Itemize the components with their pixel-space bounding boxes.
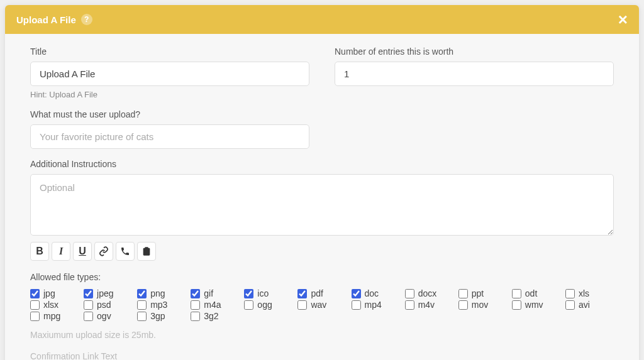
title-group: Title Hint: Upload A File [30,46,309,99]
filetype-checkbox-3g2[interactable] [191,312,200,321]
filetype-pdf[interactable]: pdf [297,288,346,298]
filetype-xlsx[interactable]: xlsx [30,300,79,310]
modal-body: Title Hint: Upload A File Number of entr… [5,34,639,360]
underline-button[interactable]: U [73,242,92,261]
filetype-label: ogv [97,311,111,321]
filetype-doc[interactable]: doc [352,288,400,298]
filetype-checkbox-mpg[interactable] [30,312,40,321]
filetype-label: odt [525,288,537,298]
upload-file-modal: Upload A File ? × Title Hint: Upload A F… [5,5,639,360]
filetype-checkbox-3gp[interactable] [137,312,147,321]
filetype-m4v[interactable]: m4v [405,300,453,310]
filetype-checkbox-docx[interactable] [405,289,414,298]
format-toolbar: B I U [30,242,614,261]
filetype-checkbox-ppt[interactable] [458,289,468,298]
filetype-checkbox-wmv[interactable] [512,300,521,310]
filetype-checkbox-avi[interactable] [565,300,575,310]
bold-button[interactable]: B [30,242,49,261]
filetype-checkbox-xlsx[interactable] [30,300,40,310]
filetype-m4a[interactable]: m4a [191,300,239,310]
filetype-checkbox-ogv[interactable] [84,312,93,321]
instructions-group: Additional Instructions B I U [30,159,614,261]
filetype-checkbox-gif[interactable] [191,289,200,298]
filetype-label: m4v [418,300,435,310]
filetype-3gp[interactable]: 3gp [137,311,186,321]
filetype-label: jpeg [97,288,113,298]
filetype-wav[interactable]: wav [297,300,346,310]
filetype-checkbox-mov[interactable] [458,300,468,310]
filetype-jpeg[interactable]: jpeg [84,288,132,298]
filetype-ico[interactable]: ico [244,288,292,298]
filetype-gif[interactable]: gif [191,288,239,298]
filetype-mov[interactable]: mov [458,300,507,310]
filetype-avi[interactable]: avi [565,300,614,310]
link-icon [99,246,109,256]
filetype-checkbox-mp4[interactable] [352,300,361,310]
clipboard-button[interactable] [137,242,156,261]
filetype-ppt[interactable]: ppt [458,288,507,298]
filetype-label: xls [579,288,589,298]
filetype-checkbox-xls[interactable] [565,289,575,298]
filetype-mp4[interactable]: mp4 [352,300,400,310]
filetype-odt[interactable]: odt [512,288,560,298]
filetype-mp3[interactable]: mp3 [137,300,186,310]
filetype-checkbox-mp3[interactable] [137,300,147,310]
filetype-checkbox-ogg[interactable] [244,300,253,310]
title-input[interactable] [30,62,309,86]
filetype-docx[interactable]: docx [405,288,453,298]
filetype-ogg[interactable]: ogg [244,300,292,310]
filetype-jpg[interactable]: jpg [30,288,79,298]
phone-icon [120,246,130,256]
filetype-ogv[interactable]: ogv [84,311,132,321]
entries-group: Number of entries this is worth [335,46,614,86]
filetype-checkbox-doc[interactable] [352,289,361,298]
title-hint: Hint: Upload A File [30,90,309,99]
modal-header: Upload A File ? × [5,5,639,34]
instructions-label: Additional Instructions [30,159,614,169]
filetype-label: psd [97,300,111,310]
filetype-label: 3g2 [204,311,218,321]
filetype-wmv[interactable]: wmv [512,300,560,310]
filetype-label: mp3 [150,300,167,310]
upload-prompt-label: What must the user upload? [30,109,309,119]
filetype-checkbox-ico[interactable] [244,289,253,298]
clipboard-icon [142,246,152,256]
filetype-checkbox-jpg[interactable] [30,289,40,298]
filetype-checkbox-png[interactable] [137,289,147,298]
filetype-checkbox-jpeg[interactable] [84,289,93,298]
help-icon[interactable]: ? [81,14,92,25]
filetype-checkbox-odt[interactable] [512,289,521,298]
italic-button[interactable]: I [52,242,70,261]
filetype-label: pdf [311,288,323,298]
entries-label: Number of entries this is worth [335,46,614,57]
upload-prompt-input[interactable] [30,124,309,149]
close-icon[interactable]: × [618,11,628,28]
filetype-checkbox-pdf[interactable] [297,289,307,298]
filetype-png[interactable]: png [137,288,186,298]
filetype-label: mpg [43,311,60,321]
filetype-3g2[interactable]: 3g2 [191,311,239,321]
filetype-checkbox-psd[interactable] [84,300,93,310]
entries-input[interactable] [335,62,614,86]
filetype-label: mov [472,300,488,310]
filetype-xls[interactable]: xls [565,288,614,298]
filetype-mpg[interactable]: mpg [30,311,79,321]
filetype-label: xlsx [43,300,58,310]
filetype-label: jpg [43,288,55,298]
filetype-label: avi [579,300,590,310]
filetype-grid: jpgjpegpnggificopdfdocdocxpptodtxlsxlsxp… [30,288,614,321]
phone-button[interactable] [116,242,135,261]
instructions-textarea[interactable] [30,174,614,236]
max-upload-size: Maxiumum upload size is 25mb. [30,330,614,340]
modal-title: Upload A File [16,14,76,25]
filetype-checkbox-m4v[interactable] [405,300,414,310]
link-button[interactable] [94,242,113,261]
filetype-psd[interactable]: psd [84,300,132,310]
filetype-label: ppt [472,288,484,298]
filetype-label: doc [365,288,379,298]
filetype-checkbox-wav[interactable] [297,300,307,310]
upload-prompt-group: What must the user upload? [30,109,309,149]
confirmation-link-label: Confirmation Link Text [30,351,614,360]
filetype-label: ico [257,288,269,298]
filetype-checkbox-m4a[interactable] [191,300,200,310]
